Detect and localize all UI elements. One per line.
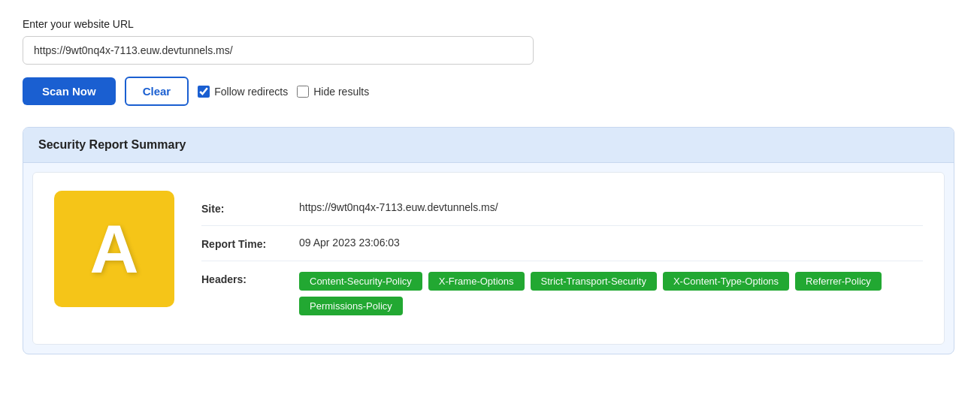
site-label: Site: xyxy=(201,201,299,215)
url-label: Enter your website URL xyxy=(23,18,957,30)
grade-badge: A xyxy=(54,191,174,307)
report-time-value: 09 Apr 2023 23:06:03 xyxy=(299,237,923,249)
headers-row: Headers: Content-Security-PolicyX-Frame-… xyxy=(201,261,923,326)
site-value: https://9wt0nq4x-7113.euw.devtunnels.ms/ xyxy=(299,201,923,213)
report-details: Site: https://9wt0nq4x-7113.euw.devtunne… xyxy=(201,191,923,326)
security-report-card: Security Report Summary A Site: https://… xyxy=(23,127,954,354)
hide-results-checkbox[interactable] xyxy=(297,86,309,98)
scan-now-button[interactable]: Scan Now xyxy=(23,77,116,105)
header-tag: Strict-Transport-Security xyxy=(531,272,657,291)
clear-button[interactable]: Clear xyxy=(125,77,189,106)
report-card-header: Security Report Summary xyxy=(23,128,954,163)
report-card-body: A Site: https://9wt0nq4x-7113.euw.devtun… xyxy=(32,172,945,345)
report-time-row: Report Time: 09 Apr 2023 23:06:03 xyxy=(201,226,923,261)
report-card-title: Security Report Summary xyxy=(38,138,186,151)
hide-results-label[interactable]: Hide results xyxy=(297,86,369,98)
site-row: Site: https://9wt0nq4x-7113.euw.devtunne… xyxy=(201,191,923,226)
follow-redirects-checkbox[interactable] xyxy=(198,86,210,98)
hide-results-text: Hide results xyxy=(313,86,369,98)
header-tag: X-Frame-Options xyxy=(428,272,525,291)
header-tag: Referrer-Policy xyxy=(795,272,882,291)
grade-letter: A xyxy=(90,216,139,283)
headers-label: Headers: xyxy=(201,272,299,285)
follow-redirects-text: Follow redirects xyxy=(214,86,288,98)
headers-tags: Content-Security-PolicyX-Frame-OptionsSt… xyxy=(299,272,923,315)
controls-row: Scan Now Clear Follow redirects Hide res… xyxy=(23,77,957,106)
url-input[interactable] xyxy=(23,36,534,65)
report-time-label: Report Time: xyxy=(201,237,299,250)
header-tag: Content-Security-Policy xyxy=(299,272,422,291)
header-tag: Permissions-Policy xyxy=(299,297,403,315)
header-tag: X-Content-Type-Options xyxy=(663,272,789,291)
follow-redirects-label[interactable]: Follow redirects xyxy=(198,86,288,98)
